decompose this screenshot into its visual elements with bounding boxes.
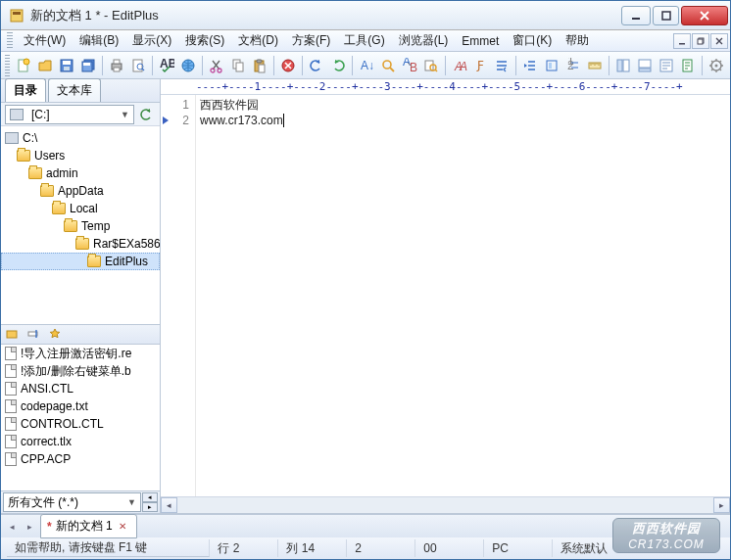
line-num-button[interactable]: 12 xyxy=(563,55,583,76)
tree-item[interactable]: AppData xyxy=(1,182,160,200)
print-button[interactable] xyxy=(107,55,126,76)
file-item[interactable]: CONTROL.CTL xyxy=(1,415,160,433)
window-title: 新的文档 1 * - EditPlus xyxy=(30,7,621,24)
doctab-next-button[interactable]: ▸ xyxy=(23,518,36,536)
sidebar-tab-cliptext[interactable]: 文本库 xyxy=(48,78,101,102)
browser-button[interactable] xyxy=(178,55,198,76)
toolbar: ABC A↓ AB AA Ƒ 12 xyxy=(1,52,730,79)
scroll-track[interactable] xyxy=(177,497,713,513)
titlebar: 新的文档 1 * - EditPlus xyxy=(1,1,730,30)
copy-button[interactable] xyxy=(228,55,248,76)
menu-window[interactable]: 窗口(K) xyxy=(506,30,559,51)
svg-rect-16 xyxy=(114,60,120,64)
menu-emmet[interactable]: Emmet xyxy=(455,32,506,50)
file-item[interactable]: correct.tlx xyxy=(1,433,160,450)
save-all-button[interactable] xyxy=(78,55,98,76)
word-wrap-button[interactable] xyxy=(492,55,512,76)
menu-edit[interactable]: 编辑(B) xyxy=(73,30,125,51)
menu-project[interactable]: 方案(F) xyxy=(285,30,337,51)
toolbar-grip[interactable] xyxy=(5,55,10,76)
drive-icon xyxy=(10,109,24,120)
refresh-drive-button[interactable] xyxy=(136,105,156,124)
new-file-button[interactable] xyxy=(14,55,33,76)
window-maximize-button[interactable] xyxy=(653,6,679,25)
indent-button[interactable] xyxy=(520,55,540,76)
tree-item-label: Temp xyxy=(81,219,110,233)
ruler-button[interactable] xyxy=(585,55,605,76)
file-item-label: codepage.txt xyxy=(21,399,88,413)
open-file-button[interactable] xyxy=(35,55,55,76)
file-item[interactable]: !添加/删除右键菜单.b xyxy=(1,362,160,380)
file-item-label: correct.tlx xyxy=(21,435,72,448)
tree-item[interactable]: Local xyxy=(1,200,160,217)
sidebar-tab-directory[interactable]: 目录 xyxy=(5,78,46,102)
file-list[interactable]: !导入注册激活密钥.re!添加/删除右键菜单.bANSI.CTLcodepage… xyxy=(1,345,160,491)
svg-rect-48 xyxy=(623,60,629,71)
file-icon xyxy=(5,435,17,448)
file-filter-select[interactable]: 所有文件 (*.*) ▼ xyxy=(3,492,141,512)
file-item[interactable]: CPP.ACP xyxy=(1,450,160,468)
close-tab-icon[interactable]: ✕ xyxy=(119,521,126,532)
drive-select[interactable]: [C:] ▼ xyxy=(5,105,134,124)
favorites-button[interactable] xyxy=(48,327,64,343)
directory-panel-button[interactable] xyxy=(613,55,633,76)
undo-button[interactable] xyxy=(307,55,326,76)
menu-view[interactable]: 显示(X) xyxy=(125,30,178,51)
redo-button[interactable] xyxy=(328,55,348,76)
doctab-prev-button[interactable]: ◂ xyxy=(5,518,19,536)
tree-item[interactable]: Temp xyxy=(1,217,160,235)
file-item[interactable]: ANSI.CTL xyxy=(1,380,160,397)
find-button[interactable] xyxy=(378,55,398,76)
code-editor[interactable]: 西西软件园www.cr173.com xyxy=(196,95,730,496)
print-preview-button[interactable] xyxy=(128,55,148,76)
menubar-grip[interactable] xyxy=(7,32,13,50)
font-italic-button[interactable]: AA xyxy=(450,55,469,76)
drive-icon xyxy=(5,132,19,144)
window-minimize-button[interactable] xyxy=(621,6,651,25)
menu-document[interactable]: 文档(D) xyxy=(231,30,285,51)
paste-button[interactable] xyxy=(250,55,269,76)
column-sel-button[interactable] xyxy=(542,55,561,76)
horizontal-scrollbar[interactable]: ◂ ▸ xyxy=(161,496,730,513)
menu-file[interactable]: 文件(W) xyxy=(17,30,73,51)
cut-button[interactable] xyxy=(207,55,226,76)
scroll-left-button[interactable]: ◂ xyxy=(161,497,177,513)
document-tab-active[interactable]: * 新的文档 1 ✕ xyxy=(40,514,137,538)
find-in-files-button[interactable] xyxy=(421,55,441,76)
tree-item[interactable]: admin xyxy=(1,164,160,182)
mdi-minimize-button[interactable] xyxy=(673,33,691,49)
folder-tree[interactable]: C:\UsersadminAppDataLocalTempRar$EXa5868… xyxy=(1,126,160,325)
font-size-button[interactable]: Ƒ xyxy=(471,55,491,76)
tree-item[interactable]: Users xyxy=(1,147,160,164)
file-item[interactable]: codepage.txt xyxy=(1,397,160,415)
save-button[interactable] xyxy=(57,55,76,76)
goto-button[interactable]: A↓ xyxy=(357,55,376,76)
mdi-restore-button[interactable] xyxy=(692,33,709,49)
preferences-button[interactable] xyxy=(707,55,726,76)
new-folder-button[interactable] xyxy=(5,327,21,343)
modified-indicator: * xyxy=(47,520,52,534)
sidebar-tabs: 目录 文本库 xyxy=(1,79,160,103)
replace-button[interactable]: AB xyxy=(400,55,419,76)
delete-button[interactable] xyxy=(278,55,298,76)
document-template-button[interactable] xyxy=(678,55,698,76)
tree-item[interactable]: C:\ xyxy=(1,129,160,147)
cliptext-panel-button[interactable] xyxy=(657,55,676,76)
filter-scroll[interactable]: ◂▸ xyxy=(142,492,158,512)
tree-item[interactable]: EditPlus xyxy=(1,253,160,270)
spell-check-button[interactable]: ABC xyxy=(157,55,176,76)
window-close-button[interactable] xyxy=(681,6,728,25)
scroll-right-button[interactable]: ▸ xyxy=(713,497,730,513)
sidebar: 目录 文本库 [C:] ▼ C:\UsersadminAppDataLocalT… xyxy=(1,79,161,513)
rename-button[interactable] xyxy=(26,327,42,343)
output-panel-button[interactable] xyxy=(635,55,655,76)
menu-browser[interactable]: 浏览器(L) xyxy=(392,30,456,51)
menu-tools[interactable]: 工具(G) xyxy=(337,30,391,51)
menu-search[interactable]: 搜索(S) xyxy=(178,30,231,51)
tree-item-label: Users xyxy=(34,149,65,163)
mdi-close-button[interactable] xyxy=(710,33,728,49)
file-item[interactable]: !导入注册激活密钥.re xyxy=(1,345,160,362)
menu-help[interactable]: 帮助 xyxy=(559,30,596,51)
svg-rect-1 xyxy=(13,12,21,15)
tree-item[interactable]: Rar$EXa5868 xyxy=(1,235,160,253)
